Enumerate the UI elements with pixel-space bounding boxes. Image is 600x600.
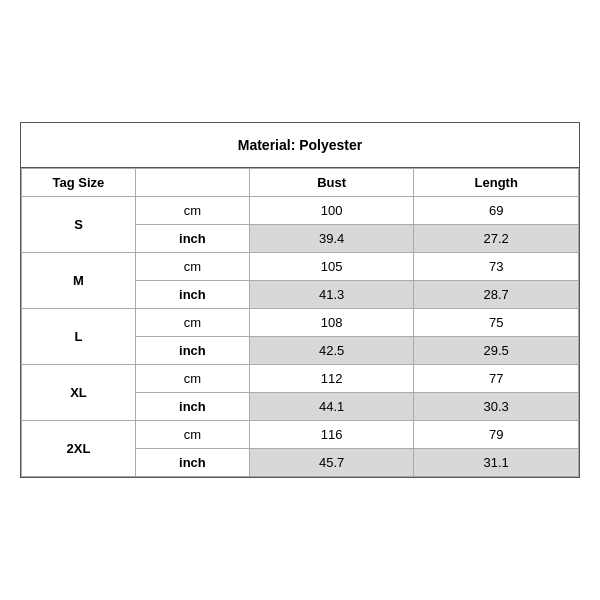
table-row: XLcm11277 bbox=[22, 365, 579, 393]
header-bust: Bust bbox=[249, 169, 414, 197]
bust-cm: 108 bbox=[249, 309, 414, 337]
bust-inch: 39.4 bbox=[249, 225, 414, 253]
length-cm: 79 bbox=[414, 421, 579, 449]
tag-size-cell: S bbox=[22, 197, 136, 253]
unit-cm: cm bbox=[135, 421, 249, 449]
bust-inch: 41.3 bbox=[249, 281, 414, 309]
length-inch: 30.3 bbox=[414, 393, 579, 421]
length-cm: 69 bbox=[414, 197, 579, 225]
chart-title: Material: Polyester bbox=[21, 123, 579, 168]
unit-inch: inch bbox=[135, 281, 249, 309]
unit-cm: cm bbox=[135, 309, 249, 337]
table-row: Lcm10875 bbox=[22, 309, 579, 337]
header-tag-size: Tag Size bbox=[22, 169, 136, 197]
size-chart-container: Material: Polyester Tag Size Bust Length… bbox=[20, 122, 580, 478]
bust-cm: 100 bbox=[249, 197, 414, 225]
tag-size-cell: XL bbox=[22, 365, 136, 421]
header-empty bbox=[135, 169, 249, 197]
unit-cm: cm bbox=[135, 253, 249, 281]
tag-size-cell: L bbox=[22, 309, 136, 365]
length-inch: 31.1 bbox=[414, 449, 579, 477]
tag-size-cell: 2XL bbox=[22, 421, 136, 477]
size-table: Tag Size Bust Length Scm10069inch39.427.… bbox=[21, 168, 579, 477]
bust-inch: 45.7 bbox=[249, 449, 414, 477]
length-inch: 27.2 bbox=[414, 225, 579, 253]
table-row: 2XLcm11679 bbox=[22, 421, 579, 449]
length-cm: 73 bbox=[414, 253, 579, 281]
unit-inch: inch bbox=[135, 337, 249, 365]
table-row: Mcm10573 bbox=[22, 253, 579, 281]
length-inch: 28.7 bbox=[414, 281, 579, 309]
length-cm: 75 bbox=[414, 309, 579, 337]
unit-inch: inch bbox=[135, 393, 249, 421]
header-length: Length bbox=[414, 169, 579, 197]
tag-size-cell: M bbox=[22, 253, 136, 309]
unit-inch: inch bbox=[135, 225, 249, 253]
bust-inch: 42.5 bbox=[249, 337, 414, 365]
bust-cm: 112 bbox=[249, 365, 414, 393]
unit-inch: inch bbox=[135, 449, 249, 477]
table-row: Scm10069 bbox=[22, 197, 579, 225]
bust-inch: 44.1 bbox=[249, 393, 414, 421]
bust-cm: 116 bbox=[249, 421, 414, 449]
unit-cm: cm bbox=[135, 197, 249, 225]
unit-cm: cm bbox=[135, 365, 249, 393]
length-inch: 29.5 bbox=[414, 337, 579, 365]
length-cm: 77 bbox=[414, 365, 579, 393]
bust-cm: 105 bbox=[249, 253, 414, 281]
